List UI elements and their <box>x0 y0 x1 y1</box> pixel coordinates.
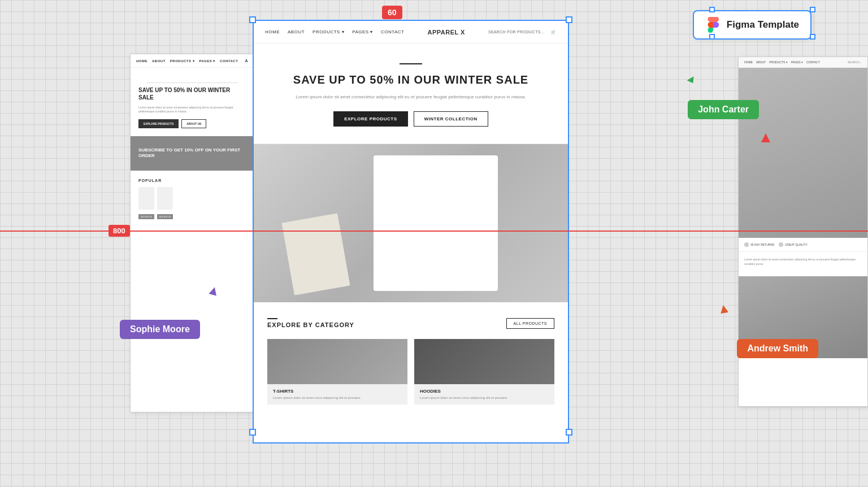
left-hero-btns: EXPLORE PRODUCTS ABOUT US <box>138 119 246 128</box>
rp-nav-about: ABOUT <box>756 60 766 64</box>
rp-body-text: Lorem ipsum dolor sit amet consectetur a… <box>744 258 862 266</box>
main-search-label: SEARCH FOR PRODUCTS... <box>488 30 545 34</box>
left-nav-about: ABOUT <box>152 59 166 63</box>
handle-bottom-right[interactable] <box>566 429 572 436</box>
left-subscribe: SUBSCRIBE TO GET 10% OFF ON YOUR FIRST O… <box>131 136 254 171</box>
rp-top-image: HOME ABOUT PRODUCTS ▾ PAGES ▾ CONTACT SE… <box>739 57 867 238</box>
figma-handle-br[interactable] <box>810 34 815 40</box>
rp-nav-contact: CONTACT <box>806 60 820 64</box>
main-nav-pages: PAGES ▾ <box>352 29 373 34</box>
main-nav: HOME ABOUT PRODUCTS ▾ PAGES ▾ CONTACT AP… <box>254 21 568 44</box>
hero-btns: EXPLORE PRODUCTS WINTER COLLECTION <box>288 111 534 127</box>
hero-line <box>400 63 422 64</box>
cat-item-tshirts: T-SHIRTS Lorem ipsum dolor sit amet cons… <box>267 339 407 405</box>
left-subscribe-heading: SUBSCRIBE TO GET 10% OFF ON YOUR FIRST O… <box>138 147 246 159</box>
rp-feature-returns: 30 DAY RETURNS <box>744 242 774 247</box>
cat-img-hoodies <box>414 339 554 384</box>
left-nav-products: PRODUCTS ▾ <box>170 59 194 63</box>
left-explore-btn: EXPLORE PRODUCTS <box>138 119 179 128</box>
ruler-label: 800 <box>108 225 130 237</box>
main-nav-contact: CONTACT <box>381 29 405 34</box>
hero-winter-btn[interactable]: WINTER COLLECTION <box>414 111 488 127</box>
figma-handle-tr[interactable] <box>810 7 815 12</box>
cat-grid: T-SHIRTS Lorem ipsum dolor sit amet cons… <box>267 339 554 405</box>
left-product-2: $19 $14.00 <box>157 187 173 220</box>
handle-top-right[interactable] <box>566 16 572 23</box>
andrew-badge: Andrew Smith <box>737 339 818 358</box>
main-nav-right: SEARCH FOR PRODUCTS... 🛒 <box>488 30 557 34</box>
categories-section: EXPLORE BY CATEGORY ALL PRODUCTS T-SHIRT… <box>254 302 568 420</box>
book-image <box>281 213 350 295</box>
rp-nav: HOME ABOUT PRODUCTS ▾ PAGES ▾ CONTACT SE… <box>739 57 867 68</box>
rp-quality-icon <box>779 242 783 247</box>
rp-features: 30 DAY RETURNS GREAT QUALITY <box>739 238 867 252</box>
figma-handle-bl[interactable] <box>709 34 715 40</box>
rp-search: SEARCH... <box>848 60 862 64</box>
rp-nav-products: PRODUCTS ▾ <box>769 60 787 64</box>
cat-info-tshirts: T-SHIRTS Lorem ipsum dolor sit amet cons… <box>267 384 407 405</box>
handle-top-left[interactable] <box>249 16 256 23</box>
figma-handle-tl[interactable] <box>709 7 715 12</box>
main-nav-home: HOME <box>265 29 280 34</box>
left-popular-label: POPULAR <box>138 179 246 182</box>
left-nav: HOME ABOUT PRODUCTS ▾ PAGES ▾ CONTACT A <box>131 54 254 68</box>
left-hero-body: Lorem ipsum dolor sit amet consectetur a… <box>138 106 246 114</box>
left-product-1: $19 $14.00 <box>138 187 154 220</box>
left-nav-pages: PAGES ▾ <box>199 59 215 63</box>
main-cart-icon: 🛒 <box>551 30 557 34</box>
cat-name-hoodies: HOODIES <box>420 389 549 394</box>
hero-image <box>254 144 568 302</box>
hero-explore-btn[interactable]: EXPLORE PRODUCTS <box>333 111 407 127</box>
top-badge: 60 <box>382 6 402 19</box>
left-product-img-2 <box>157 187 173 210</box>
cat-title: EXPLORE BY CATEGORY <box>267 321 354 328</box>
rp-nav-pages: PAGES ▾ <box>791 60 803 64</box>
figma-logo-icon <box>705 17 721 33</box>
left-price-1: $19 $14.00 <box>138 214 154 219</box>
cat-header: EXPLORE BY CATEGORY ALL PRODUCTS <box>267 318 554 329</box>
main-nav-about: ABOUT <box>288 29 305 34</box>
hero-heading: SAVE UP TO 50% IN OUR WINTER SALE <box>288 72 534 87</box>
cat-img-tshirts <box>267 339 407 384</box>
cat-item-hoodies: HOODIES Lorem ipsum dolor sit amet cons … <box>414 339 554 405</box>
john-badge: John Carter <box>688 100 759 119</box>
cat-title-group: EXPLORE BY CATEGORY <box>267 318 354 328</box>
left-product-row: $19 $14.00 $19 $14.00 <box>138 187 246 220</box>
left-product-img-1 <box>138 187 154 210</box>
ruler-line <box>0 231 868 232</box>
left-price-2: $19 $14.00 <box>157 214 173 219</box>
all-products-btn[interactable]: ALL PRODUCTS <box>506 318 554 329</box>
rp-cursor-icon <box>761 133 770 142</box>
figma-badge-text: Figma Template <box>727 19 799 31</box>
rp-nav-home: HOME <box>744 60 753 64</box>
john-cursor <box>687 76 696 85</box>
hero-body: Lorem ipsum dolor sit amet consectetur a… <box>288 94 534 101</box>
cat-info-hoodies: HOODIES Lorem ipsum dolor sit amet cons … <box>414 384 554 405</box>
left-hero-line <box>146 82 238 83</box>
cat-name-tshirts: T-SHIRTS <box>273 389 402 394</box>
cat-desc-hoodies: Lorem ipsum dolor sit amet cons adipisci… <box>420 395 549 400</box>
left-nav-contact: CONTACT <box>220 59 238 63</box>
left-nav-home: HOME <box>136 59 147 63</box>
main-frame: HOME ABOUT PRODUCTS ▾ PAGES ▾ CONTACT AP… <box>253 20 569 443</box>
left-nav-brand: A <box>245 59 248 63</box>
left-popular: POPULAR $19 $14.00 $19 $14.00 <box>131 171 254 228</box>
left-about-btn: ABOUT US <box>181 119 206 128</box>
rp-quality-label: GREAT QUALITY <box>785 243 808 246</box>
andrew-cursor <box>719 305 728 314</box>
left-hero-heading: SAVE UP TO 50% IN OUR WINTER SALE <box>138 86 246 101</box>
rp-returns-label: 30 DAY RETURNS <box>750 243 774 246</box>
right-panel: Figma Template John Carter HOME ABOUT PR… <box>625 0 868 487</box>
cat-line <box>267 318 277 319</box>
sophie-badge: Sophie Moore <box>120 320 200 339</box>
rp-content: Lorem ipsum dolor sit amet consectetur a… <box>739 252 867 276</box>
rp-feature-quality: GREAT QUALITY <box>779 242 808 247</box>
main-hero: SAVE UP TO 50% IN OUR WINTER SALE Lorem … <box>254 44 568 144</box>
handle-bottom-left[interactable] <box>249 429 256 436</box>
left-hero: SAVE UP TO 50% IN OUR WINTER SALE Lorem … <box>131 68 254 136</box>
left-preview-panel: HOME ABOUT PRODUCTS ▾ PAGES ▾ CONTACT A … <box>130 54 254 412</box>
rp-returns-icon <box>744 242 749 247</box>
main-nav-brand: APPAREL X <box>427 29 465 36</box>
main-nav-products: PRODUCTS ▾ <box>313 29 344 34</box>
tshirt-image <box>374 155 498 291</box>
